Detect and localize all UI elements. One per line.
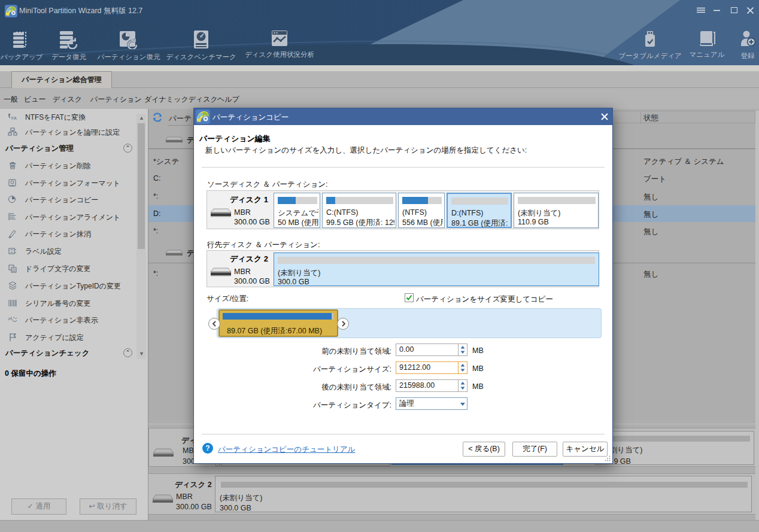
svg-text:FA: FA xyxy=(11,116,17,120)
svg-text:D: D xyxy=(13,268,16,272)
